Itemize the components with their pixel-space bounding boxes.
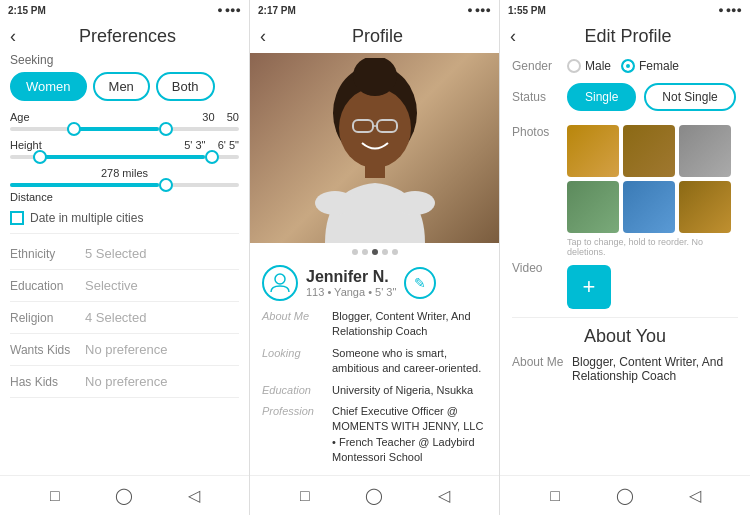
education-row[interactable]: Education Selective [10,270,239,302]
looking-row: Looking Someone who is smart, ambitious … [262,346,487,377]
profile-image [250,53,499,243]
wants-kids-label: Wants Kids [10,343,85,357]
profile-header: ‹ Profile [250,20,499,53]
gender-female-option[interactable]: Female [621,59,679,73]
status-not-single-btn[interactable]: Not Single [644,83,735,111]
status-icons-2: ● ●●● [467,5,491,15]
preferences-header: ‹ Preferences [0,20,249,53]
photo-5[interactable] [623,181,675,233]
profile-icon [262,265,298,301]
education-info-label: Education [262,383,332,398]
nav-square-3[interactable]: □ [545,486,565,506]
gender-radio-group: Male Female [567,59,679,73]
time-2: 2:17 PM [258,5,296,16]
profile-sub: 113 • Yanga • 5' 3" [306,286,396,298]
status-bar-2: 2:17 PM ● ●●● [250,0,499,20]
video-label: Video [512,261,567,275]
seek-men-btn[interactable]: Men [93,72,150,101]
svg-point-8 [395,191,435,215]
religion-label: Religion [10,311,85,325]
multiple-cities-row[interactable]: Date in multiple cities [10,211,239,225]
seek-both-btn[interactable]: Both [156,72,215,101]
gender-male-radio[interactable] [567,59,581,73]
status-buttons: Single Not Single [567,83,736,111]
ethnicity-label: Ethnicity [10,247,85,261]
photo-4[interactable] [567,181,619,233]
age-row: Age 30 50 [10,111,239,131]
education-info-row: Education University of Nigeria, Nsukka [262,383,487,398]
add-video-button[interactable]: + [567,265,611,309]
video-row: Video + [512,261,738,309]
profession-label: Profession [262,404,332,466]
height-slider[interactable] [10,155,239,159]
nav-triangle-1[interactable]: ◁ [184,486,204,506]
age-slider[interactable] [10,127,239,131]
bottom-nav-2: □ ◯ ◁ [250,475,499,515]
svg-rect-6 [365,163,385,178]
gender-female-radio[interactable] [621,59,635,73]
status-bar-3: 1:55 PM ● ●●● [500,0,750,20]
distance-row: 278 miles Distance [10,167,239,203]
profile-info-text: Jennifer N. 113 • Yanga • 5' 3" [306,268,396,298]
nav-triangle-2[interactable]: ◁ [434,486,454,506]
photo-1[interactable] [567,125,619,177]
wants-kids-row[interactable]: Wants Kids No preference [10,334,239,366]
status-bar-1: 2:15 PM ● ●●● [0,0,249,20]
seek-women-btn[interactable]: Women [10,72,87,101]
edit-profile-icon[interactable]: ✎ [404,267,436,299]
photo-3[interactable] [679,125,731,177]
profile-image-dots [250,243,499,261]
dot-1[interactable] [352,249,358,255]
nav-circle-1[interactable]: ◯ [114,486,134,506]
religion-row[interactable]: Religion 4 Selected [10,302,239,334]
distance-label: Distance [10,191,53,203]
time-1: 2:15 PM [8,5,46,16]
status-icons-3: ● ●●● [718,5,742,15]
profile-name-row: Jennifer N. 113 • Yanga • 5' 3" ✎ [250,261,499,305]
dot-5[interactable] [392,249,398,255]
profession-row: Profession Chief Executive Officer @ MOM… [262,404,487,466]
nav-square-1[interactable]: □ [45,486,65,506]
seeking-row: Seeking Women Men Both [10,53,239,101]
height-row: Height 5' 3" 6' 5" [10,139,239,159]
about-me-edit-text: Blogger, Content Writer, And Relationshi… [572,355,738,383]
age-label: Age [10,111,30,123]
bottom-nav-3: □ ◯ ◁ [500,475,750,515]
nav-triangle-3[interactable]: ◁ [685,486,705,506]
gender-male-option[interactable]: Male [567,59,611,73]
photos-grid [567,125,738,233]
education-value: Selective [85,278,138,293]
dot-4[interactable] [382,249,388,255]
profile-info-section: About Me Blogger, Content Writer, And Re… [250,305,499,475]
bottom-nav-1: □ ◯ ◁ [0,475,249,515]
profile-name: Jennifer N. [306,268,396,286]
time-3: 1:55 PM [508,5,546,16]
photo-2[interactable] [623,125,675,177]
multiple-cities-checkbox[interactable] [10,211,24,225]
status-icons-1: ● ●●● [217,5,241,15]
nav-circle-3[interactable]: ◯ [615,486,635,506]
dot-3[interactable] [372,249,378,255]
ethnicity-value: 5 Selected [85,246,146,261]
seeking-label: Seeking [10,53,239,67]
edit-profile-panel: 1:55 PM ● ●●● ‹ Edit Profile Gender Male… [500,0,750,515]
looking-label: Looking [262,346,332,377]
nav-circle-2[interactable]: ◯ [364,486,384,506]
about-me-text: Blogger, Content Writer, And Relationshi… [332,309,487,340]
gender-row: Gender Male Female [512,59,738,73]
photos-label: Photos [512,121,567,139]
svg-point-9 [275,274,285,284]
profile-image-container [250,53,499,243]
edit-profile-header: ‹ Edit Profile [500,20,750,53]
distance-slider[interactable] [10,183,239,187]
has-kids-row[interactable]: Has Kids No preference [10,366,239,398]
gender-male-label: Male [585,59,611,73]
photo-6[interactable] [679,181,731,233]
dot-2[interactable] [362,249,368,255]
nav-square-2[interactable]: □ [295,486,315,506]
about-me-label: About Me [262,309,332,340]
photos-section: Tap to change, hold to reorder. No delet… [567,121,738,257]
ethnicity-row[interactable]: Ethnicity 5 Selected [10,238,239,270]
profession-text: Chief Executive Officer @ MOMENTS WITH J… [332,404,487,466]
status-single-btn[interactable]: Single [567,83,636,111]
